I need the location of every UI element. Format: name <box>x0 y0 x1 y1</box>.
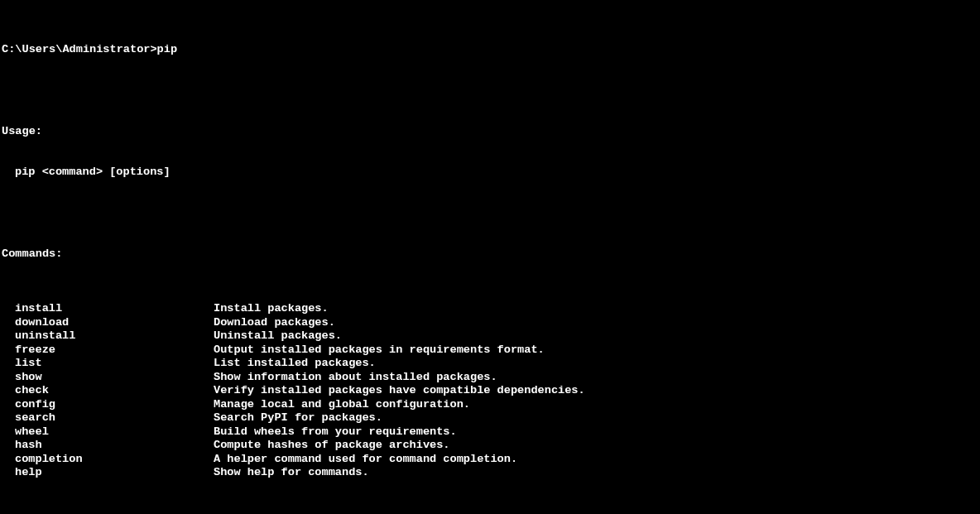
command-name: config <box>2 398 214 412</box>
command-desc: Install packages. <box>214 302 978 316</box>
command-desc: Uninstall packages. <box>214 329 978 343</box>
command-row: completionA helper command used for comm… <box>2 453 978 467</box>
command-name: completion <box>2 453 214 467</box>
command-row: downloadDownload packages. <box>2 316 978 330</box>
command-desc: List installed packages. <box>214 357 978 371</box>
command-desc: Output installed packages in requirement… <box>214 343 978 358</box>
command-name: search <box>2 411 214 425</box>
command-name: show <box>2 371 214 385</box>
command-row: helpShow help for commands. <box>2 466 978 480</box>
command-row: installInstall packages. <box>2 302 978 316</box>
blank-line <box>2 84 978 98</box>
command-desc: A helper command used for command comple… <box>214 453 978 467</box>
command-desc: Download packages. <box>214 316 978 330</box>
command-row: showShow information about installed pac… <box>2 371 978 385</box>
command-name: hash <box>2 439 214 453</box>
command-row: checkVerify installed packages have comp… <box>2 384 978 398</box>
commands-list: installInstall packages.downloadDownload… <box>2 302 978 480</box>
usage-line: pip <command> [options] <box>2 166 978 180</box>
command-desc: Manage local and global configuration. <box>214 398 978 412</box>
command-desc: Search PyPI for packages. <box>214 411 978 425</box>
command-desc: Show information about installed package… <box>214 371 978 385</box>
command-row: listList installed packages. <box>2 357 978 371</box>
command-name: uninstall <box>2 329 214 343</box>
command-row: uninstallUninstall packages. <box>2 329 978 343</box>
command-desc: Show help for commands. <box>214 466 978 480</box>
command-name: help <box>2 466 214 480</box>
command-row: freezeOutput installed packages in requi… <box>2 343 978 358</box>
terminal-window[interactable]: C:\Users\Administrator>pip Usage: pip <c… <box>0 0 980 514</box>
command-row: configManage local and global configurat… <box>2 398 978 412</box>
commands-header: Commands: <box>2 247 978 262</box>
command-row: hashCompute hashes of package archives. <box>2 439 978 453</box>
prompt-line: C:\Users\Administrator>pip <box>2 43 978 57</box>
command-name: download <box>2 316 214 330</box>
usage-header: Usage: <box>2 125 978 139</box>
command-desc: Compute hashes of package archives. <box>214 439 978 453</box>
command-row: wheelBuild wheels from your requirements… <box>2 425 978 440</box>
command-name: check <box>2 384 214 398</box>
command-desc: Verify installed packages have compatibl… <box>214 384 978 398</box>
command-name: wheel <box>2 425 214 440</box>
blank-line <box>2 207 978 221</box>
command-name: freeze <box>2 343 214 358</box>
command-row: searchSearch PyPI for packages. <box>2 411 978 425</box>
command-name: install <box>2 302 214 316</box>
command-desc: Build wheels from your requirements. <box>214 425 978 440</box>
command-name: list <box>2 357 214 371</box>
